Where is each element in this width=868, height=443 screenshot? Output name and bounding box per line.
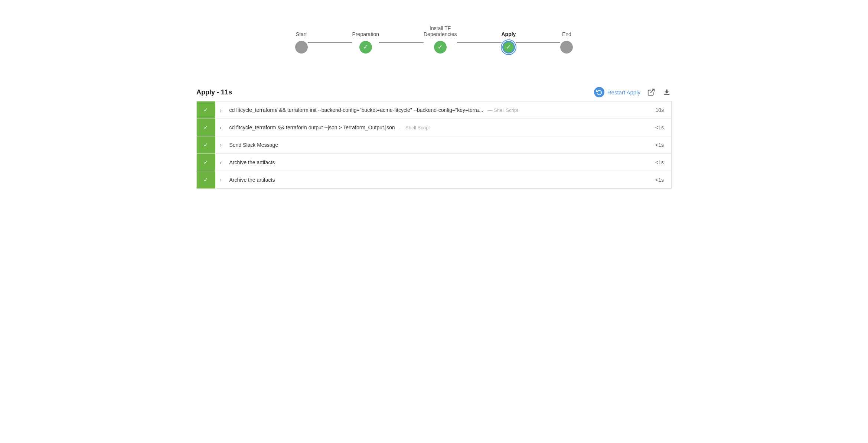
restart-apply-button[interactable]: Restart Apply xyxy=(594,87,640,97)
connector-1 xyxy=(308,42,352,43)
jobs-table: ✓ › cd fitcycle_terraform/ && terraform … xyxy=(196,101,672,189)
table-row: ✓ › cd fitcycle_terraform && terraform o… xyxy=(197,119,672,136)
job-command: cd fitcycle_terraform/ && terraform init… xyxy=(229,107,483,113)
step-preparation-label: Preparation xyxy=(352,22,379,37)
table-row: ✓ › cd fitcycle_terraform/ && terraform … xyxy=(197,101,672,119)
check-icon: ✓ xyxy=(363,44,368,50)
job-name-cell: Archive the artifacts xyxy=(226,154,645,171)
step-end-circle xyxy=(560,41,573,54)
open-external-button[interactable] xyxy=(646,87,656,97)
job-name-cell: Archive the artifacts xyxy=(226,171,645,189)
restart-label: Restart Apply xyxy=(607,89,640,96)
step-install-tf-label: Install TFDependencies xyxy=(424,22,457,37)
connector-2 xyxy=(379,42,424,43)
step-end-label: End xyxy=(562,22,571,37)
job-command: Archive the artifacts xyxy=(229,159,275,165)
duration-cell: <1s xyxy=(645,119,672,136)
table-row: ✓ › Archive the artifacts <1s xyxy=(197,171,672,189)
table-row: ✓ › Send Slack Message <1s xyxy=(197,136,672,154)
duration-cell: <1s xyxy=(645,171,672,189)
step-install-tf-circle: ✓ xyxy=(434,41,447,54)
job-name-cell: cd fitcycle_terraform && terraform outpu… xyxy=(226,119,645,136)
svg-line-0 xyxy=(650,89,654,93)
restart-svg xyxy=(596,89,602,95)
duration-cell: <1s xyxy=(645,154,672,171)
pipeline: Start Preparation ✓ Install TFDependenci… xyxy=(196,15,672,54)
job-command: cd fitcycle_terraform && terraform outpu… xyxy=(229,125,395,130)
duration-cell: 10s xyxy=(645,101,672,119)
download-button[interactable] xyxy=(662,87,672,97)
download-icon xyxy=(663,88,671,96)
status-cell: ✓ xyxy=(197,171,215,189)
expand-cell[interactable]: › xyxy=(215,136,226,154)
step-start: Start xyxy=(295,22,308,54)
job-tag: — Shell Script xyxy=(399,125,430,130)
step-preparation: Preparation ✓ xyxy=(352,22,379,54)
check-icon: ✓ xyxy=(438,44,443,50)
section-actions: Restart Apply xyxy=(594,87,672,97)
jobs-tbody: ✓ › cd fitcycle_terraform/ && terraform … xyxy=(197,101,672,189)
success-icon: ✓ xyxy=(203,159,208,165)
job-command: Send Slack Message xyxy=(229,142,278,148)
check-icon: ✓ xyxy=(506,44,511,50)
section-header: Apply - 11s Restart Apply xyxy=(196,83,672,101)
status-cell: ✓ xyxy=(197,119,215,136)
job-name-cell: Send Slack Message xyxy=(226,136,645,154)
status-cell: ✓ xyxy=(197,136,215,154)
expand-cell[interactable]: › xyxy=(215,119,226,136)
step-apply-circle: ✓ xyxy=(502,41,515,54)
external-link-icon xyxy=(647,88,655,96)
step-apply-label: Apply xyxy=(502,22,516,37)
step-install-tf: Install TFDependencies ✓ xyxy=(424,22,457,54)
expand-cell[interactable]: › xyxy=(215,154,226,171)
step-end: End xyxy=(560,22,573,54)
connector-4 xyxy=(516,42,560,43)
expand-cell[interactable]: › xyxy=(215,101,226,119)
status-cell: ✓ xyxy=(197,154,215,171)
svg-rect-1 xyxy=(664,94,670,95)
table-row: ✓ › Archive the artifacts <1s xyxy=(197,154,672,171)
section-title: Apply - 11s xyxy=(196,88,232,96)
step-start-circle xyxy=(295,41,308,54)
connector-3 xyxy=(457,42,502,43)
success-icon: ✓ xyxy=(203,177,208,183)
job-tag: — Shell Script xyxy=(487,107,518,113)
status-cell: ✓ xyxy=(197,101,215,119)
restart-icon xyxy=(594,87,604,97)
step-preparation-circle: ✓ xyxy=(359,41,372,54)
job-name-cell: cd fitcycle_terraform/ && terraform init… xyxy=(226,101,645,119)
page-wrapper: Start Preparation ✓ Install TFDependenci… xyxy=(174,0,694,204)
step-apply: Apply ✓ xyxy=(502,22,516,54)
success-icon: ✓ xyxy=(203,142,208,148)
success-icon: ✓ xyxy=(203,107,208,113)
success-icon: ✓ xyxy=(203,124,208,130)
expand-cell[interactable]: › xyxy=(215,171,226,189)
step-start-label: Start xyxy=(296,22,307,37)
duration-cell: <1s xyxy=(645,136,672,154)
job-command: Archive the artifacts xyxy=(229,177,275,183)
